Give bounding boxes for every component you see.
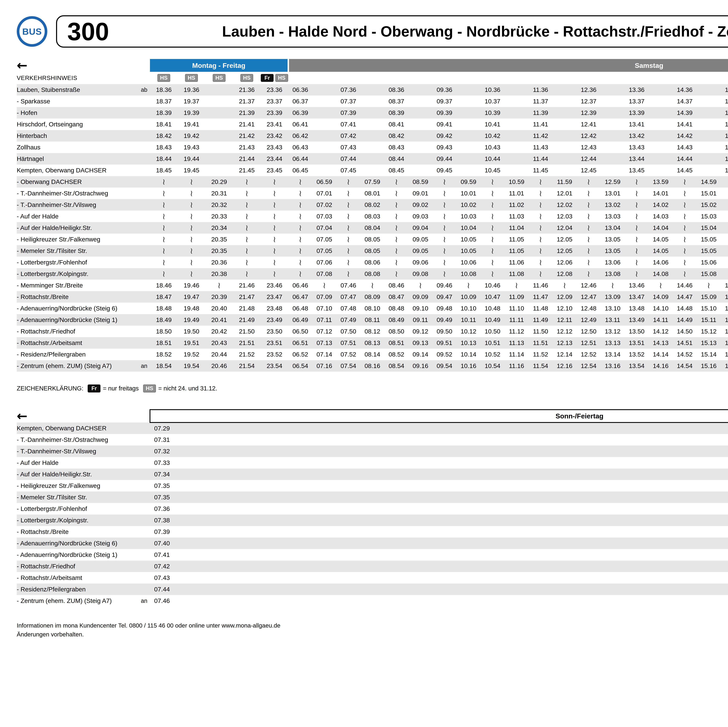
time-cell: ≀ [261, 211, 288, 222]
time-cell [601, 107, 625, 119]
time-cell: ≀ [529, 268, 552, 280]
time-cell: ≀ [577, 268, 601, 280]
time-cell: 14.49 [673, 314, 697, 326]
time-cell: 06.45 [288, 165, 312, 176]
time-cell: 08.05 [360, 234, 384, 245]
time-cell: 14.37 [673, 95, 697, 107]
time-cell: 11.13 [505, 337, 529, 349]
skip-stop-squiggle-icon: ≀ [587, 200, 590, 210]
time-cell: 19.37 [177, 95, 205, 107]
time-cell: 18.54 [150, 360, 177, 372]
stop-marker: an [138, 360, 150, 372]
time-cell: 10.02 [456, 199, 480, 211]
skip-stop-squiggle-icon: ≀ [190, 234, 193, 244]
skip-stop-squiggle-icon: ≀ [323, 280, 326, 290]
time-cell: 10.48 [480, 303, 505, 314]
stop-row: - T.-Dannheimer-Str./Vilsweg07.32 [17, 445, 728, 457]
time-cell: 13.16 [601, 360, 625, 372]
time-cell [360, 142, 384, 153]
time-cell: 23.42 [261, 130, 288, 142]
time-cell: 19.54 [177, 360, 205, 372]
time-cell: 09.48 [433, 303, 456, 314]
time-cell: ≀ [384, 268, 408, 280]
time-cell: 21.39 [233, 107, 261, 119]
time-cell: ≀ [360, 280, 384, 291]
column-badge-cell [697, 72, 721, 84]
service-day-header: Sonn-/Feiertag [150, 410, 728, 422]
time-cell: ≀ [177, 211, 205, 222]
time-cell: 20.31 [205, 188, 233, 199]
time-cell: 21.49 [233, 314, 261, 326]
skip-stop-squiggle-icon: ≀ [162, 188, 165, 198]
time-cell: 10.54 [480, 360, 505, 372]
time-cell: 11.14 [505, 349, 529, 360]
skip-stop-squiggle-icon: ≀ [245, 177, 248, 187]
time-cell [312, 107, 336, 119]
time-cell: 09.01 [408, 188, 433, 199]
time-cell: 07.52 [336, 349, 360, 360]
skip-stop-squiggle-icon: ≀ [683, 246, 686, 256]
time-cell: ≀ [577, 234, 601, 245]
time-cell: 09.03 [408, 211, 433, 222]
time-cell: 06.49 [288, 314, 312, 326]
time-cell: 18.51 [150, 337, 177, 349]
time-cell: 18.42 [150, 130, 177, 142]
skip-stop-squiggle-icon: ≀ [245, 211, 248, 221]
skip-stop-squiggle-icon: ≀ [635, 177, 638, 187]
time-cell [360, 153, 384, 165]
time-cell [648, 165, 673, 176]
time-cell: 12.39 [577, 107, 601, 119]
skip-stop-squiggle-icon: ≀ [635, 269, 638, 279]
time-cell: ≀ [288, 245, 312, 257]
time-cell: ≀ [177, 268, 205, 280]
time-cell: 15.08 [697, 268, 721, 280]
time-cell [552, 119, 577, 130]
time-cell: ≀ [721, 245, 728, 257]
time-cell [505, 119, 529, 130]
column-badge-cell [648, 72, 673, 84]
time-cell: 08.47 [384, 291, 408, 303]
skip-stop-squiggle-icon: ≀ [443, 269, 446, 279]
time-cell: 20.33 [205, 211, 233, 222]
stop-marker [138, 291, 150, 303]
stop-row: Hinterbach18.4219.4221.4223.4206.4207.42… [17, 130, 728, 142]
time-cell: 20.41 [205, 314, 233, 326]
time-cell: 07.29 [150, 422, 174, 434]
time-cell: ≀ [433, 245, 456, 257]
time-cell: 14.45 [673, 165, 697, 176]
column-badge-cell: Fr HS [261, 72, 288, 84]
time-cell: 07.48 [336, 303, 360, 314]
time-cell: 12.03 [552, 211, 577, 222]
skip-stop-squiggle-icon: ≀ [245, 234, 248, 244]
time-cell: 07.13 [312, 337, 336, 349]
time-cell: 14.36 [673, 84, 697, 95]
time-cell: ≀ [577, 222, 601, 234]
time-cell: 06.52 [288, 349, 312, 360]
skip-stop-squiggle-icon: ≀ [190, 257, 193, 267]
time-cell: 13.37 [625, 95, 648, 107]
skip-stop-squiggle-icon: ≀ [299, 246, 302, 256]
time-cell: 10.51 [480, 337, 505, 349]
time-cell: 06.37 [288, 95, 312, 107]
time-cell: 06.46 [288, 280, 312, 291]
time-cell: ≀ [480, 188, 505, 199]
time-cell [601, 142, 625, 153]
time-cell: 18.49 [150, 314, 177, 326]
skip-stop-squiggle-icon: ≀ [245, 223, 248, 233]
footer-info: Informationen im mona Kundencenter Tel. … [17, 621, 280, 639]
time-cell: ≀ [384, 245, 408, 257]
time-cell: 09.49 [433, 314, 456, 326]
time-cell: ≀ [288, 234, 312, 245]
stop-marker [138, 211, 150, 222]
skip-stop-squiggle-icon: ≀ [395, 177, 398, 187]
time-cell: 23.49 [261, 314, 288, 326]
time-cell: ≀ [177, 222, 205, 234]
column-badge-cell [529, 72, 552, 84]
time-cell: 19.45 [177, 165, 205, 176]
skip-stop-squiggle-icon: ≀ [491, 246, 494, 256]
left-arrow-icon: ← [17, 410, 28, 422]
time-cell: 09.41 [433, 119, 456, 130]
time-cell: 15.11 [697, 314, 721, 326]
time-cell: 23.44 [261, 153, 288, 165]
skip-stop-squiggle-icon: ≀ [443, 246, 446, 256]
